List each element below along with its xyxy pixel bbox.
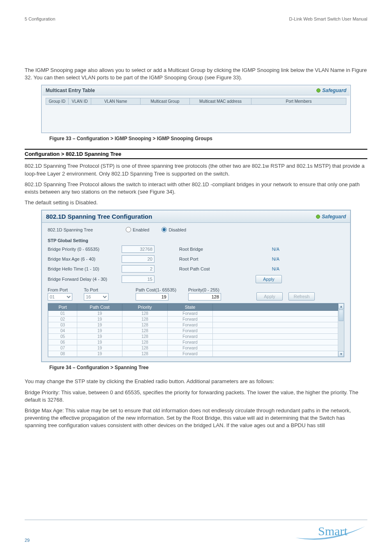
radio-disabled-input[interactable]	[161, 227, 167, 232]
manual-title: D-Link Web Smart Switch User Manual	[289, 16, 367, 21]
path-cost-label: Path Cost(1- 65535)	[136, 287, 185, 292]
col-group-id: Group ID	[46, 98, 69, 105]
root-pathcost-label: Root Path Cost	[179, 266, 224, 271]
root-bridge-label: Root Bridge	[179, 247, 224, 252]
th-port: Port	[48, 304, 77, 311]
stp-global-heading: STP Global Setting	[48, 238, 344, 243]
svg-text:Smart: Smart	[318, 524, 348, 538]
figure-33-caption: Figure 33 – Configuration > IGMP Snoopin…	[49, 136, 367, 141]
multicast-empty-area	[46, 105, 346, 130]
table-cell: 05	[48, 334, 77, 340]
table-cell: 128	[122, 340, 168, 345]
table-cell	[213, 334, 338, 340]
stp-desc-1: 802.1D Spanning Tree Protocol (STP) is o…	[25, 162, 367, 177]
multicast-entry-panel: Multicast Entry Table Safeguard Group ID…	[41, 85, 351, 133]
table-row: 0719128Forward	[48, 345, 338, 351]
radio-enabled-label: Enabled	[133, 227, 149, 232]
th-empty	[213, 304, 338, 311]
bridge-maxage-input[interactable]	[122, 255, 154, 263]
page-number: 29	[25, 538, 30, 543]
table-cell: 04	[48, 328, 77, 334]
safeguard-icon	[316, 88, 321, 92]
intro-paragraph: The IGMP Snooping page also allows you t…	[25, 67, 367, 81]
table-cell: Forward	[168, 322, 213, 328]
table-cell: 128	[122, 322, 168, 328]
stp-port-table: Port Path Cost Priority State 0119128For…	[48, 303, 338, 357]
table-cell: 128	[122, 317, 168, 322]
scroll-down-icon[interactable]: ▾	[338, 351, 344, 357]
after-para-2: Bridge Priority: This value, between 0 a…	[25, 389, 367, 404]
chapter-label: 5 Configuration	[25, 16, 55, 21]
table-cell: 02	[48, 317, 77, 322]
th-pathcost: Path Cost	[77, 304, 122, 311]
apply-global-button[interactable]: Apply	[256, 275, 282, 283]
bridge-forward-input[interactable]	[122, 275, 154, 283]
table-cell: 128	[122, 328, 168, 334]
table-cell: 19	[77, 311, 122, 317]
table-cell: 07	[48, 345, 77, 351]
smart-logo: Smart	[293, 522, 367, 543]
table-cell: Forward	[168, 334, 213, 340]
table-cell: 01	[48, 311, 77, 317]
table-cell	[213, 328, 338, 334]
table-scrollbar[interactable]: ▴ ▾	[338, 303, 344, 357]
root-pathcost-value: N/A	[224, 266, 282, 271]
scroll-thumb[interactable]	[339, 310, 344, 321]
table-cell: 19	[77, 328, 122, 334]
priority-label: Priority(0 - 255)	[188, 287, 233, 292]
table-cell: 19	[77, 334, 122, 340]
table-cell: 08	[48, 351, 77, 357]
safeguard-badge: Safeguard	[316, 214, 346, 220]
from-port-label: From Port	[48, 287, 81, 292]
after-para-1: You may change the STP state by clicking…	[25, 378, 367, 385]
root-port-value: N/A	[224, 257, 282, 261]
priority-input[interactable]	[188, 293, 221, 301]
apply-port-button[interactable]: Apply	[256, 292, 283, 301]
multicast-table: Group ID VLAN ID VLAN Name Multicast Gro…	[46, 98, 346, 105]
table-cell	[213, 322, 338, 328]
to-port-label: To Port	[84, 287, 117, 292]
table-cell: 19	[77, 340, 122, 345]
scroll-up-icon[interactable]: ▴	[338, 303, 344, 309]
table-cell: Forward	[168, 345, 213, 351]
bridge-forward-label: Bridge Forward Delay (4 - 30)	[48, 277, 122, 282]
col-vlan-id: VLAN ID	[69, 98, 91, 105]
section-heading: Configuration > 802.1D Spanning Tree	[25, 149, 367, 159]
safeguard-label: Safeguard	[322, 214, 346, 220]
bridge-maxage-label: Bridge Max Age (6 - 40)	[48, 257, 122, 261]
table-row: 0219128Forward	[48, 317, 338, 322]
col-mc-mac: Multicast MAC address	[190, 98, 251, 105]
col-mc-group: Multicast Group	[141, 98, 190, 105]
table-cell: Forward	[168, 340, 213, 345]
after-para-3: Bridge Max Age: This value may be set to…	[25, 407, 367, 430]
radio-enabled-input[interactable]	[126, 227, 131, 232]
to-port-select[interactable]: 16	[84, 293, 108, 301]
table-row: 0819128Forward	[48, 351, 338, 357]
radio-enabled[interactable]: Enabled	[126, 227, 149, 232]
th-state: State	[168, 304, 213, 311]
table-cell	[213, 317, 338, 322]
stp-config-panel: 802.1D Spanning Tree Configuration Safeg…	[41, 210, 351, 362]
radio-disabled[interactable]: Disabled	[161, 227, 186, 232]
table-cell: 128	[122, 334, 168, 340]
table-cell: 19	[77, 317, 122, 322]
table-cell: Forward	[168, 351, 213, 357]
safeguard-label: Safeguard	[322, 88, 346, 93]
table-cell: 03	[48, 322, 77, 328]
table-row: 0619128Forward	[48, 340, 338, 345]
path-cost-input[interactable]	[136, 293, 168, 301]
panel-title: Multicast Entry Table	[46, 88, 95, 93]
table-cell	[213, 345, 338, 351]
table-row: 0419128Forward	[48, 328, 338, 334]
from-port-select[interactable]: 01	[48, 293, 72, 301]
table-cell	[213, 351, 338, 357]
bridge-hello-input[interactable]	[122, 265, 154, 273]
col-port-members: Port Members	[251, 98, 346, 105]
table-cell: Forward	[168, 328, 213, 334]
table-row: 0519128Forward	[48, 334, 338, 340]
table-cell: 19	[77, 322, 122, 328]
table-cell: 128	[122, 351, 168, 357]
refresh-button[interactable]: Refresh	[288, 292, 315, 301]
safeguard-badge: Safeguard	[316, 88, 346, 93]
bridge-priority-input[interactable]	[122, 245, 154, 253]
